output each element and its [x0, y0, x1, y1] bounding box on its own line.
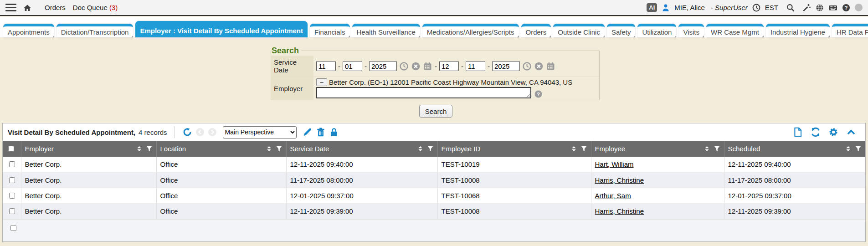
undo-icon[interactable]	[182, 127, 192, 137]
to-month-input[interactable]	[439, 61, 459, 71]
tab-utilization[interactable]: Utilization	[637, 24, 676, 37]
nav-doc-queue[interactable]: Doc Queue (3)	[73, 4, 118, 11]
from-time-icon[interactable]	[399, 62, 409, 71]
filter-icon[interactable]	[427, 145, 434, 152]
home-icon[interactable]	[23, 3, 32, 12]
filter-icon[interactable]	[146, 145, 153, 152]
sort-icon[interactable]	[417, 145, 424, 152]
search-panel: Search Service Date - - - - - Employer	[271, 46, 600, 100]
tab-visits[interactable]: Visits	[678, 24, 704, 37]
tab-outside-clinic[interactable]: Outside Clinic	[553, 24, 605, 37]
to-year-input[interactable]	[492, 61, 520, 71]
col-service-date: Service Date	[290, 145, 329, 153]
tab-financials[interactable]: Financials	[310, 24, 350, 37]
tab-dictation-transcription[interactable]: Dictation/Transcription	[56, 24, 134, 37]
tab-industrial-hygiene[interactable]: Industrial Hygiene	[766, 24, 830, 37]
clock-icon[interactable]	[752, 3, 761, 12]
col-employee: Employee	[595, 145, 626, 153]
prev-perspective-icon[interactable]	[195, 128, 205, 137]
lock-icon[interactable]	[329, 127, 339, 137]
new-document-icon[interactable]	[793, 127, 803, 137]
row-checkbox[interactable]	[9, 177, 15, 183]
wand-icon[interactable]	[802, 3, 811, 12]
globe-icon[interactable]	[815, 3, 824, 12]
user-name: MIE, Alice	[674, 4, 705, 11]
row-checkbox[interactable]	[9, 208, 15, 214]
employer-search-input[interactable]	[316, 87, 531, 98]
perspective-select[interactable]: Main Perspective	[223, 126, 297, 138]
search-icon[interactable]	[786, 3, 795, 12]
col-employee-id: Employee ID	[442, 145, 481, 153]
svg-text:?: ?	[537, 92, 540, 97]
ai-badge[interactable]: AI	[647, 3, 657, 12]
col-scheduled: Scheduled	[728, 145, 760, 153]
filter-icon[interactable]	[276, 145, 282, 152]
next-perspective-icon[interactable]	[208, 128, 217, 137]
employer-field: – Better Corp. (EO-1) 12001 Pacific Coas…	[313, 77, 599, 100]
from-clear-icon[interactable]	[411, 62, 421, 71]
to-calendar-icon[interactable]	[546, 62, 555, 71]
employer-label: Employer	[271, 77, 313, 100]
user-role: - SuperUser	[711, 4, 748, 11]
filter-icon[interactable]	[580, 145, 587, 152]
row-checkbox[interactable]	[9, 161, 15, 167]
table-row[interactable]: Better Corp. Office 12-11-2025 09:39:00 …	[3, 203, 865, 219]
tab-hr-data-feed[interactable]: HR Data Feed	[832, 24, 868, 37]
top-bar-right: AI MIE, Alice - SuperUser EST ?	[647, 3, 863, 12]
select-all-checkbox[interactable]	[8, 146, 14, 152]
tab-wr-case-mgmt[interactable]: WR Case Mgmt	[706, 24, 764, 37]
to-time-icon[interactable]	[522, 62, 532, 71]
menu-icon[interactable]	[5, 4, 16, 11]
table-row[interactable]: Better Corp. Office 11-17-2025 08:00:00 …	[3, 172, 865, 188]
service-date-label: Service Date	[271, 56, 313, 77]
tab-medications-allergies-scripts[interactable]: Medications/Allergies/Scripts	[422, 24, 519, 37]
from-year-input[interactable]	[369, 61, 397, 71]
timezone-label: EST	[765, 4, 778, 11]
from-month-input[interactable]	[316, 61, 336, 71]
tab-employer-visit-detail[interactable]: Employer : Visit Detail By Scheduled App…	[135, 21, 308, 37]
tab-orders[interactable]: Orders	[521, 24, 551, 37]
tab-appointments[interactable]: Appointments	[3, 24, 54, 37]
grid-record-count: 4 records	[139, 128, 167, 136]
module-tab-bar: Appointments Dictation/Transcription Emp…	[0, 17, 868, 37]
table-row[interactable]: Better Corp. Office 12-01-2025 09:37:00 …	[3, 188, 865, 203]
from-calendar-icon[interactable]	[423, 62, 432, 71]
employee-link[interactable]: Arthur, Sam	[595, 192, 631, 200]
employee-link[interactable]: Hart, William	[595, 160, 634, 168]
delete-icon[interactable]	[316, 127, 326, 137]
employee-link[interactable]: Harris, Christine	[595, 176, 644, 184]
employer-help-icon[interactable]: ?	[534, 90, 543, 98]
tab-safety[interactable]: Safety	[607, 24, 636, 37]
sort-icon[interactable]	[845, 145, 852, 152]
employer-collapse-button[interactable]: –	[316, 78, 327, 86]
from-day-input[interactable]	[343, 61, 362, 71]
grid-toolbar-right	[793, 127, 860, 137]
sort-icon[interactable]	[136, 145, 143, 152]
sort-icon[interactable]	[266, 145, 272, 152]
row-checkbox[interactable]	[9, 193, 15, 199]
results-panel: Visit Detail By Scheduled Appointment, 4…	[2, 123, 866, 242]
search-button[interactable]: Search	[419, 105, 452, 118]
settings-icon[interactable]	[828, 127, 838, 137]
tab-health-surveillance[interactable]: Health Surveillance	[352, 24, 420, 37]
table-row[interactable]: Better Corp. Office 12-11-2025 09:40:00 …	[3, 157, 865, 172]
edit-icon[interactable]	[303, 127, 313, 137]
refresh-icon[interactable]	[811, 127, 821, 137]
collapse-panel-icon[interactable]	[846, 127, 856, 137]
employer-selected-value: Better Corp. (EO-1) 12001 Pacific Coast …	[329, 78, 572, 86]
employee-link[interactable]: Harris, Christine	[595, 207, 644, 215]
search-panel-title: Search	[272, 46, 301, 56]
sort-icon[interactable]	[704, 145, 710, 152]
svg-text:?: ?	[844, 5, 847, 10]
nav-orders[interactable]: Orders	[45, 4, 66, 11]
filter-icon[interactable]	[714, 145, 720, 152]
to-clear-icon[interactable]	[534, 62, 544, 71]
filter-icon[interactable]	[855, 145, 862, 152]
to-day-input[interactable]	[466, 61, 485, 71]
footer-checkbox[interactable]	[10, 225, 16, 231]
user-icon	[661, 3, 670, 12]
keyboard-icon[interactable]	[828, 3, 837, 12]
help-icon[interactable]: ?	[842, 3, 851, 12]
sort-icon[interactable]	[570, 145, 577, 152]
top-nav: Orders Doc Queue (3)	[45, 4, 118, 11]
